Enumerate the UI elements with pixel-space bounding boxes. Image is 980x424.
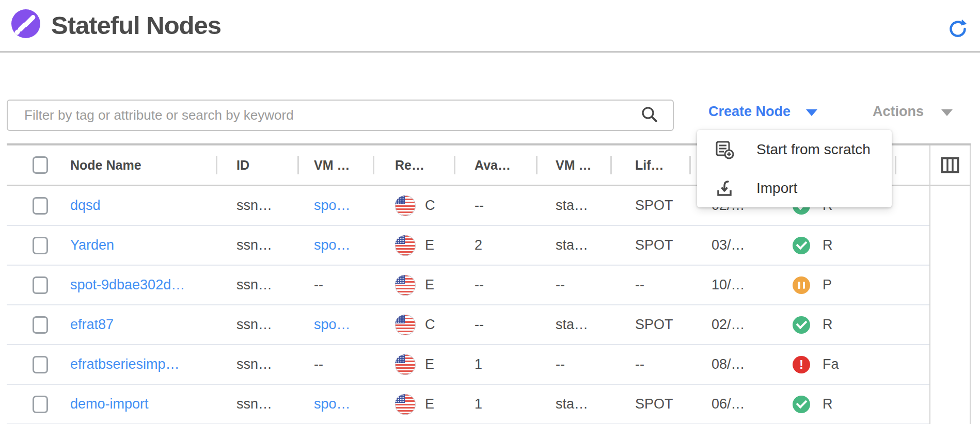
vm-state-value: sta… [556, 317, 588, 333]
node-id: ssn… [236, 356, 272, 372]
page-title: Stateful Nodes [51, 11, 221, 40]
region-value: E [425, 356, 434, 372]
import-tray-icon [714, 178, 735, 199]
vm-link[interactable]: -- [314, 356, 323, 372]
node-id: ssn… [236, 317, 272, 333]
region-value: E [425, 396, 434, 412]
row-checkbox[interactable] [33, 316, 48, 334]
vm-link[interactable]: -- [314, 277, 323, 293]
column-header-lifecycle[interactable]: Lif… [610, 145, 689, 185]
node-name-link[interactable]: efratbseriesimp… [70, 356, 180, 372]
us-flag-icon [395, 394, 416, 415]
region-value: C [425, 198, 435, 214]
table-row: demo-import ssn… spo… E 1 sta… SPOT 06/…… [7, 385, 929, 424]
create-node-label: Create Node [708, 104, 791, 120]
status-icon [793, 316, 810, 334]
table-row: Yarden ssn… spo… E 2 sta… SPOT 03/… R [7, 226, 929, 266]
column-header-vm-state[interactable]: VM … [536, 145, 610, 185]
table-row: efrat87 ssn… spo… C -- sta… SPOT 02/… R [7, 305, 929, 345]
lifecycle-value: SPOT [635, 317, 673, 333]
page-header: Stateful Nodes [0, 0, 980, 53]
vm-state-value: sta… [556, 198, 588, 214]
table-body: dqsd ssn… spo… C -- sta… SPOT 02/… R Yar… [7, 186, 971, 424]
column-header-vm-spec[interactable]: VM … [297, 145, 373, 185]
lifecycle-value: SPOT [635, 237, 673, 253]
filter-input-wrapper [7, 100, 674, 131]
vm-state-value: -- [556, 356, 565, 372]
column-header-extra [895, 145, 929, 185]
vm-link[interactable]: spo… [314, 237, 351, 253]
vm-state-value: sta… [556, 237, 588, 253]
vm-state-value: -- [556, 277, 565, 293]
status-label: R [823, 396, 833, 412]
created-date-value: 06/… [712, 396, 745, 412]
region-value: E [425, 237, 434, 253]
availability-value: -- [475, 277, 484, 293]
vm-state-value: sta… [556, 396, 588, 412]
availability-value: 2 [475, 237, 482, 253]
us-flag-icon [395, 315, 416, 335]
search-icon [640, 105, 659, 124]
column-picker-column [929, 145, 971, 424]
us-flag-icon [395, 235, 416, 256]
node-name-link[interactable]: efrat87 [70, 317, 114, 333]
column-header-node-name[interactable]: Node Name [62, 145, 216, 185]
availability-value: 1 [475, 396, 482, 412]
columns-icon[interactable] [930, 145, 970, 186]
filter-input[interactable] [8, 101, 673, 130]
menu-item-label: Start from scratch [756, 141, 871, 158]
node-id: ssn… [236, 237, 272, 253]
refresh-icon[interactable] [948, 19, 968, 38]
menu-item-import[interactable]: Import [697, 169, 892, 207]
created-date-value: 08/… [712, 356, 745, 372]
chevron-down-icon [806, 109, 817, 116]
menu-item-start-from-scratch[interactable]: Start from scratch [697, 130, 892, 169]
column-header-region[interactable]: Re… [373, 145, 454, 185]
status-icon [793, 396, 810, 413]
actions-label: Actions [873, 104, 924, 120]
row-checkbox[interactable] [33, 356, 48, 373]
menu-item-label: Import [756, 180, 797, 197]
row-checkbox[interactable] [33, 197, 48, 215]
node-name-link[interactable]: dqsd [70, 198, 101, 214]
actions-button[interactable]: Actions [873, 104, 953, 120]
node-id: ssn… [236, 277, 272, 293]
status-icon [793, 356, 810, 373]
table-row: efratbseriesimp… ssn… -- E 1 -- -- 08/… … [7, 345, 929, 385]
status-icon [793, 237, 810, 254]
availability-value: 1 [475, 356, 482, 372]
spot-logo-icon [11, 9, 40, 38]
lifecycle-value: SPOT [635, 198, 673, 214]
row-checkbox[interactable] [33, 276, 48, 294]
vm-link[interactable]: spo… [314, 198, 351, 214]
status-label: R [823, 317, 833, 333]
status-icon [793, 276, 810, 294]
vm-link[interactable]: spo… [314, 317, 351, 333]
availability-value: -- [475, 317, 484, 333]
column-header-availability[interactable]: Ava… [454, 145, 536, 185]
us-flag-icon [395, 195, 416, 216]
status-label: R [823, 237, 833, 253]
status-label: P [823, 277, 832, 293]
lifecycle-value: -- [635, 356, 644, 372]
chevron-down-icon [941, 109, 953, 116]
status-label: Fa [823, 356, 839, 372]
node-name-link[interactable]: demo-import [70, 396, 149, 412]
node-name-link[interactable]: spot-9dbae302d… [70, 277, 185, 293]
select-all-checkbox[interactable] [33, 156, 48, 174]
row-checkbox[interactable] [33, 237, 48, 254]
node-id: ssn… [236, 396, 272, 412]
availability-value: -- [475, 198, 484, 214]
node-name-link[interactable]: Yarden [70, 237, 114, 253]
lifecycle-value: SPOT [635, 396, 673, 412]
us-flag-icon [395, 354, 416, 375]
created-date-value: 03/… [712, 237, 745, 253]
table-row: spot-9dbae302d… ssn… -- E -- -- -- 10/… … [7, 266, 929, 305]
column-header-id[interactable]: ID [216, 145, 297, 185]
document-plus-icon [714, 139, 735, 160]
create-node-button[interactable]: Create Node [708, 104, 817, 120]
region-value: C [425, 317, 435, 333]
create-node-menu: Start from scratch Import [697, 130, 892, 207]
row-checkbox[interactable] [33, 396, 48, 413]
vm-link[interactable]: spo… [314, 396, 351, 412]
